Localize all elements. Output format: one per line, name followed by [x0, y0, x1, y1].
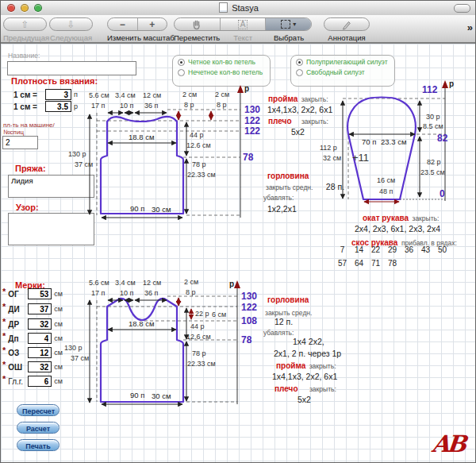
density2-label: 1 см =: [13, 102, 37, 111]
measure-input-glg[interactable]: [28, 376, 52, 387]
titlebar: Stasya: [1, 1, 476, 16]
slope-rows-line1: 7 14 22 29 36 43 50: [334, 245, 451, 254]
zoom-out-button[interactable]: −: [108, 18, 137, 30]
document-icon: [219, 2, 228, 13]
hand-icon: [191, 19, 202, 30]
measure-input-oz[interactable]: [28, 347, 52, 358]
pencil-icon: [341, 19, 352, 30]
measure-input-osh[interactable]: [28, 361, 52, 372]
measure-input-og[interactable]: [28, 288, 52, 299]
note-suffix: убавлять:: [263, 329, 294, 337]
slope-rows-line2: 57 64 71 78: [334, 259, 401, 268]
yarn-label: Пряжа:: [15, 164, 46, 173]
density1-unit: п: [74, 91, 78, 98]
move-tool-button[interactable]: [175, 18, 220, 30]
measure-code: Дп: [8, 334, 25, 343]
print-button[interactable]: Печать: [17, 439, 60, 451]
radio-label: Нечетное кол-во петель: [188, 68, 263, 76]
measure-input-di[interactable]: [28, 303, 52, 314]
pattern-label: Узор:: [16, 203, 39, 212]
slope-row-value: 78: [384, 259, 401, 268]
measure-code: ДИ: [8, 305, 25, 314]
radio-semi-fitted[interactable]: Полуприлегающий силуэт: [296, 58, 390, 66]
measure-unit: см: [54, 334, 63, 342]
text-tool-button[interactable]: A: [220, 18, 266, 30]
slope-row-value: 7: [334, 245, 351, 254]
density1-label: 1 см =: [13, 91, 37, 99]
measure-unit: см: [54, 305, 63, 313]
pattern-input[interactable]: [8, 213, 94, 245]
recalc-button[interactable]: Пересчет: [17, 404, 60, 416]
measure-unit: см: [54, 320, 63, 328]
stitch-count-group: Четное кол-во петель Нечетное кол-во пет…: [172, 55, 271, 87]
note-title: плечо: [268, 117, 292, 125]
silhouette-group: Полуприлегающий силуэт Свободный силуэт: [290, 55, 395, 87]
text-label: Текст: [220, 33, 266, 42]
window-title: Stasya: [232, 3, 259, 13]
arrow-up-icon: ⇧: [21, 20, 29, 29]
required-mark: *: [2, 302, 6, 311]
slope-row-value: 57: [334, 259, 351, 268]
yarn-input[interactable]: Лидия: [8, 175, 94, 198]
required-mark: *: [2, 360, 6, 369]
measure-input-dr[interactable]: [28, 318, 52, 330]
sleeve-cap-value: 2х4, 2х3, 6х1, 2х3, 2х4: [355, 221, 440, 235]
back-neck-value: 1х2,2х1: [267, 201, 297, 215]
measure-code: ДР: [8, 320, 25, 329]
note-suffix: закрыть:: [309, 385, 336, 393]
required-mark: *: [2, 331, 6, 341]
note-value: 28 п.: [326, 182, 344, 191]
radio-label: Свободный силуэт: [306, 68, 365, 76]
slope-row-value: 22: [367, 245, 384, 254]
slope-row-value: 29: [384, 245, 401, 254]
note-value: 1х2,2х1: [267, 204, 297, 214]
needle-number-input[interactable]: [2, 136, 38, 149]
slope-row-value: 36: [401, 245, 417, 254]
slope-row-value: 71: [367, 259, 384, 268]
measure-row-dr: * ДР см: [2, 318, 63, 330]
calc-button[interactable]: Расчет: [17, 422, 60, 434]
slope-row-value: 14: [351, 245, 367, 254]
radio-even-stitches[interactable]: Четное кол-во петель: [178, 58, 265, 66]
next-button[interactable]: ⇩ Следующая: [49, 17, 93, 42]
radio-icon: [296, 69, 303, 76]
measure-code: ОШ: [8, 363, 25, 372]
note-title: плечо: [274, 384, 298, 393]
slope-row-value: 64: [351, 259, 367, 268]
toolbar-overflow-button[interactable]: »: [467, 21, 473, 33]
density-stitches-input[interactable]: [45, 89, 71, 100]
measure-input-dp[interactable]: [28, 333, 52, 344]
toolbar: ⇧ Предыдущая ⇩ Следующая − + Изменить ма…: [1, 15, 476, 44]
zoom-control: − + Изменить масштаб: [107, 17, 167, 42]
measure-unit: см: [54, 290, 63, 298]
radio-icon: [178, 69, 185, 76]
minus-icon: −: [120, 20, 125, 29]
annotation-label: Аннотация: [324, 33, 370, 42]
text-tool-icon: A: [238, 20, 248, 29]
toolbar-toggle-widget[interactable]: [454, 4, 470, 13]
density-rows-input[interactable]: [45, 101, 71, 112]
density2-unit: р: [74, 102, 78, 110]
select-label: Выбрать: [266, 33, 312, 42]
app-window: Stasya ⇧ Предыдущая ⇩ Следующая − + Изме…: [0, 0, 476, 463]
prev-button[interactable]: ⇧ Предыдущая: [3, 17, 47, 42]
name-input[interactable]: [7, 61, 136, 75]
annotation-button[interactable]: Аннотация: [324, 17, 370, 42]
radio-icon: [178, 59, 185, 66]
required-mark: *: [2, 317, 6, 326]
radio-odd-stitches[interactable]: Нечетное кол-во петель: [178, 68, 265, 76]
note-value: 5х2: [291, 127, 305, 137]
select-tool-button[interactable]: ▾: [265, 18, 311, 30]
chevron-down-icon: ▾: [293, 21, 296, 28]
measure-code: Гл.г.: [8, 377, 25, 386]
radio-loose[interactable]: Свободный силуэт: [296, 68, 390, 76]
author-monogram: АВ: [430, 430, 465, 457]
front-neck-decrease: убавлять:: [263, 324, 294, 338]
zoom-in-button[interactable]: +: [137, 18, 167, 30]
radio-icon: [296, 59, 303, 66]
measure-unit: см: [54, 377, 63, 385]
prev-label: Предыдущая: [3, 33, 47, 42]
note-value: 5х2: [298, 395, 311, 404]
required-mark: *: [2, 374, 6, 384]
measure-unit: см: [54, 363, 63, 371]
